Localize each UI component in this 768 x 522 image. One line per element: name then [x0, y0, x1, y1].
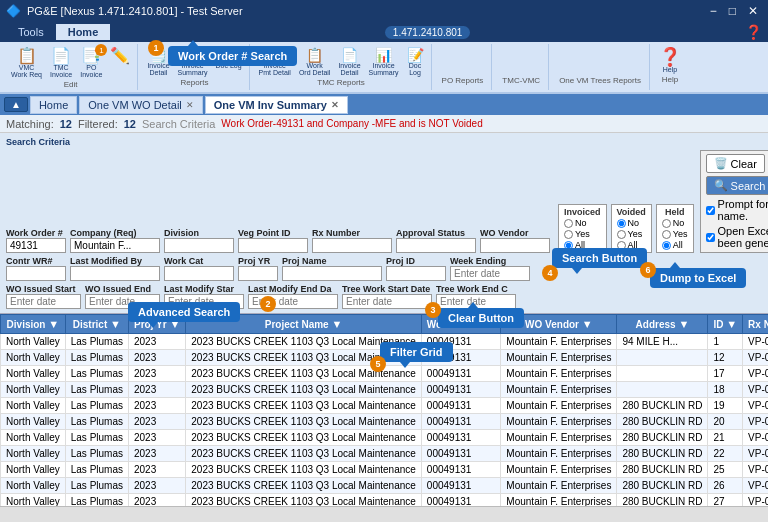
clear-button[interactable]: 🗑️ Clear — [706, 154, 765, 173]
table-row[interactable]: North ValleyLas Plumas20232023 BUCKS CRE… — [1, 446, 769, 462]
open-excel-checkbox-row[interactable]: Open Excel after it's been generated. — [706, 225, 768, 249]
po-invoice-button[interactable]: 📑 POInvoice 1 — [77, 46, 105, 80]
table-row[interactable]: North ValleyLas Plumas20232023 BUCKS CRE… — [1, 462, 769, 478]
last-modify-start-input[interactable] — [164, 294, 244, 309]
week-ending-input[interactable] — [450, 266, 530, 281]
work-order-field: Work Order # — [6, 228, 66, 253]
matching-label: Matching: — [6, 118, 54, 130]
doc-log-btn[interactable]: 📋 Doc Log — [213, 46, 245, 78]
last-modify-end-input[interactable] — [248, 294, 338, 309]
vmc-work-req-button[interactable]: 📋 VMCWork Req — [8, 46, 45, 80]
wo-issued-end-input[interactable] — [85, 294, 160, 309]
table-cell: Las Plumas — [65, 366, 128, 382]
tree-work-start-input[interactable] — [342, 294, 432, 309]
help-icon[interactable]: ❓ — [745, 24, 762, 40]
last-mod-by-input[interactable] — [70, 266, 160, 281]
work-order-input[interactable] — [6, 238, 66, 253]
table-cell: 2023 — [128, 414, 185, 430]
approval-status-input[interactable] — [396, 238, 476, 253]
proj-yr-input[interactable] — [238, 266, 278, 281]
wo-issued-start-field: WO Issued Start — [6, 284, 81, 309]
col-id[interactable]: ID ▼ — [708, 315, 743, 334]
filtered-label: Filtered: — [78, 118, 118, 130]
tmc-invoice-detail-btn[interactable]: 📄 InvoiceDetail — [335, 46, 363, 78]
table-cell: 00049131 — [421, 398, 501, 414]
table-row[interactable]: North ValleyLas Plumas20232023 BUCKS CRE… — [1, 334, 769, 350]
wo-vendor-input[interactable] — [480, 238, 550, 253]
nav-tab-inv-summary[interactable]: One VM Inv Summary ✕ — [205, 96, 348, 114]
table-row[interactable]: North ValleyLas Plumas20232023 BUCKS CRE… — [1, 430, 769, 446]
contr-wr-input[interactable] — [6, 266, 66, 281]
table-cell: 2023 BUCKS CREEK 1103 Q3 Local Maintenan… — [186, 382, 422, 398]
voided-all-option[interactable]: All — [617, 240, 646, 250]
table-cell: Las Plumas — [65, 462, 128, 478]
table-cell: 2023 — [128, 366, 185, 382]
work-cat-input[interactable] — [164, 266, 234, 281]
work-ord-detail-btn[interactable]: 📋 WorkOrd Detail — [296, 46, 334, 78]
proj-id-input[interactable] — [386, 266, 446, 281]
table-cell: VP-07411675 — [743, 398, 768, 414]
held-yes-option[interactable]: Yes — [662, 229, 688, 239]
table-row[interactable]: North ValleyLas Plumas20232023 BUCKS CRE… — [1, 366, 769, 382]
minimize-button[interactable]: − — [706, 4, 721, 18]
col-district[interactable]: District ▼ — [65, 315, 128, 334]
last-modify-end-field: Last Modify End Da — [248, 284, 338, 309]
col-address[interactable]: Address ▼ — [617, 315, 708, 334]
table-row[interactable]: North ValleyLas Plumas20232023 BUCKS CRE… — [1, 350, 769, 366]
search-button[interactable]: 🔍 Search — [706, 176, 768, 195]
invoice-summary-btn[interactable]: 📊 InvoiceSummary — [175, 46, 211, 78]
close-button[interactable]: ✕ — [744, 4, 762, 18]
sort-icon-project-name: ▼ — [331, 318, 342, 330]
division-input[interactable] — [164, 238, 234, 253]
invoiced-no-option[interactable]: No — [564, 218, 601, 228]
nav-back-button[interactable]: ▲ — [4, 97, 28, 112]
col-project-name[interactable]: Project Name ▼ — [186, 315, 422, 334]
col-division[interactable]: Division ▼ — [1, 315, 66, 334]
tmc-doc-log-btn[interactable]: 📝 DocLog — [404, 46, 427, 78]
tree-work-end-input[interactable] — [436, 294, 516, 309]
prompt-excel-checkbox[interactable] — [706, 206, 715, 215]
wo-detail-tab-close[interactable]: ✕ — [186, 100, 194, 110]
table-row[interactable]: North ValleyLas Plumas20232023 BUCKS CRE… — [1, 478, 769, 494]
table-cell: North Valley — [1, 398, 66, 414]
contr-wr-field: Contr WR# — [6, 256, 66, 281]
open-excel-checkbox[interactable] — [706, 233, 715, 242]
voided-no-option[interactable]: No — [617, 218, 646, 228]
reports-group-label: Reports — [180, 78, 208, 87]
nav-tab-wo-detail[interactable]: One VM WO Detail ✕ — [79, 96, 203, 114]
rx-number-field: Rx Number — [312, 228, 392, 253]
tab-home[interactable]: Home — [56, 24, 111, 40]
col-rx-number[interactable]: Rx Number ▼ — [743, 315, 768, 334]
inv-summary-tab-close[interactable]: ✕ — [331, 100, 339, 110]
nav-tab-home[interactable]: Home — [30, 96, 77, 114]
col-work-order[interactable]: Work Order ▼ — [421, 315, 501, 334]
tmc-invoice-summary-btn[interactable]: 📊 InvoiceSummary — [366, 46, 402, 78]
wo-issued-start-input[interactable] — [6, 294, 81, 309]
col-wo-vendor[interactable]: WO Vendor ▼ — [501, 315, 617, 334]
window-controls[interactable]: − □ ✕ — [706, 4, 762, 18]
held-all-option[interactable]: All — [662, 240, 688, 250]
tmc-invoice-button[interactable]: 📄 TMCInvoice — [47, 46, 75, 80]
rx-number-input[interactable] — [312, 238, 392, 253]
col-proj-yr[interactable]: Proj Yr ▼ — [128, 315, 185, 334]
held-no-option[interactable]: No — [662, 218, 688, 228]
table-row[interactable]: North ValleyLas Plumas20232023 BUCKS CRE… — [1, 414, 769, 430]
invoiced-yes-option[interactable]: Yes — [564, 229, 601, 239]
criteria-label: Search Criteria — [142, 118, 215, 130]
proj-name-input[interactable] — [282, 266, 382, 281]
table-row[interactable]: North ValleyLas Plumas20232023 BUCKS CRE… — [1, 382, 769, 398]
edit-button[interactable]: ✏️ — [107, 46, 133, 80]
invoice-pmt-detail-btn[interactable]: 🧾 InvoicePmt Detail — [256, 46, 294, 78]
last-modify-start-field: Last Modify Star — [164, 284, 244, 309]
maximize-button[interactable]: □ — [725, 4, 740, 18]
veg-point-input[interactable] — [238, 238, 308, 253]
prompt-excel-checkbox-row[interactable]: Prompt for Excel file name. — [706, 198, 768, 222]
invoice-detail-btn[interactable]: 🗒️ InvoiceDetail — [144, 46, 172, 78]
invoiced-all-option[interactable]: All — [564, 240, 601, 250]
help-ribbon-btn[interactable]: ❓ Help — [656, 46, 684, 75]
last-mod-by-field: Last Modified By — [70, 256, 160, 281]
table-row[interactable]: North ValleyLas Plumas20232023 BUCKS CRE… — [1, 398, 769, 414]
tab-tools[interactable]: Tools — [6, 24, 56, 40]
voided-yes-option[interactable]: Yes — [617, 229, 646, 239]
company-input[interactable] — [70, 238, 160, 253]
